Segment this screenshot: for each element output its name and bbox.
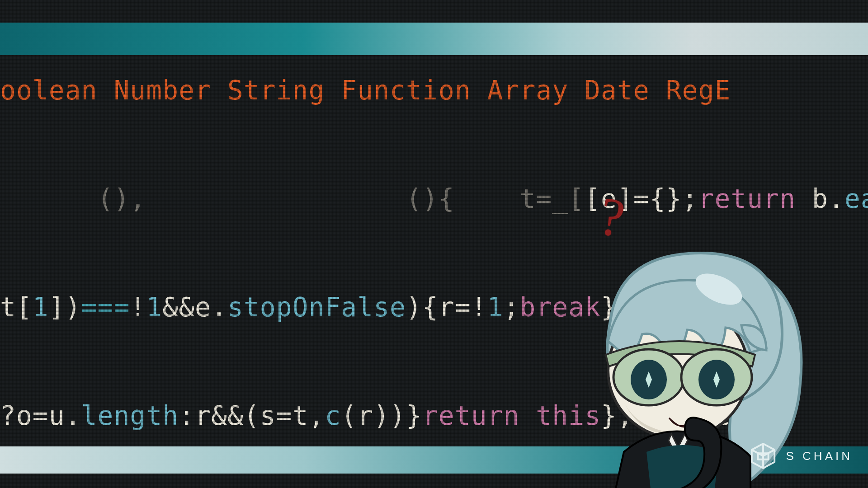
brand-logo-icon xyxy=(749,442,777,470)
brand-text: S CHAIN xyxy=(786,449,853,463)
code-line: (), (){ t=_[[e]={};return b.ea xyxy=(0,181,868,217)
top-gradient-band xyxy=(0,23,868,55)
code-line: oolean Number String Function Array Date… xyxy=(0,72,868,108)
brand-badge: S CHAIN xyxy=(749,442,853,470)
